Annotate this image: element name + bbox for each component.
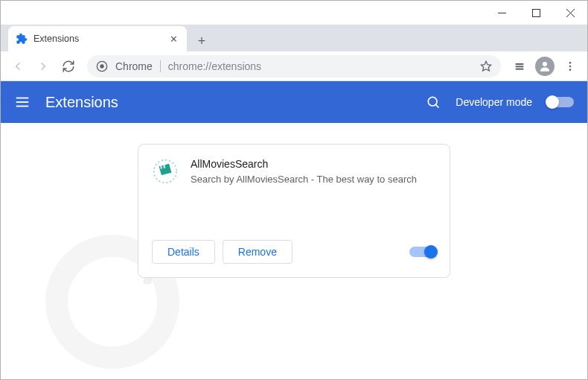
- window-close-button[interactable]: [553, 1, 587, 25]
- window-titlebar: [1, 1, 587, 25]
- url-scheme-label: Chrome: [115, 60, 161, 72]
- page-header: Extensions Developer mode: [1, 81, 587, 123]
- window-maximize-button[interactable]: [519, 1, 553, 25]
- remove-button[interactable]: Remove: [223, 240, 293, 264]
- svg-rect-1: [532, 9, 540, 16]
- browser-tab-active[interactable]: Extensions ✕: [8, 26, 187, 51]
- svg-point-17: [429, 97, 438, 106]
- svg-point-5: [100, 64, 103, 68]
- svg-rect-9: [516, 68, 524, 69]
- chrome-icon: [96, 60, 108, 72]
- hamburger-menu-icon[interactable]: [14, 94, 31, 110]
- reload-button[interactable]: [57, 55, 80, 77]
- developer-mode-toggle[interactable]: [547, 97, 574, 107]
- tab-title: Extensions: [33, 34, 162, 44]
- toggle-knob: [546, 95, 559, 109]
- url-text: chrome://extensions: [168, 60, 473, 72]
- svg-point-13: [569, 69, 572, 71]
- svg-marker-6: [481, 61, 490, 71]
- page-title: Extensions: [45, 94, 411, 111]
- browser-tabs-row: Extensions ✕ +: [1, 25, 587, 51]
- extension-card: AllMoviesSearch Search by AllMoviesSearc…: [138, 144, 450, 278]
- new-tab-button[interactable]: +: [191, 31, 212, 51]
- details-button[interactable]: Details: [152, 240, 215, 264]
- svg-rect-8: [516, 66, 524, 67]
- search-icon[interactable]: [426, 95, 441, 110]
- toggle-knob-on: [424, 245, 438, 259]
- svg-line-18: [436, 104, 439, 107]
- profile-button[interactable]: [534, 55, 556, 77]
- svg-point-10: [543, 62, 547, 66]
- back-button[interactable]: [7, 55, 29, 77]
- extension-name: AllMoviesSearch: [191, 158, 436, 170]
- bookmark-star-icon[interactable]: [480, 60, 492, 72]
- svg-rect-7: [516, 63, 524, 65]
- content-area: pcrisk.com AllMoviesSearch Search by All…: [1, 123, 587, 379]
- tab-close-button[interactable]: ✕: [167, 33, 179, 45]
- forward-button[interactable]: [32, 55, 54, 77]
- browser-toolbar: Chrome chrome://extensions: [1, 51, 587, 81]
- extension-icon: [152, 158, 179, 185]
- extension-enable-toggle[interactable]: [409, 247, 436, 257]
- developer-mode-label: Developer mode: [456, 96, 532, 108]
- extension-description: Search by AllMoviesSearch - The best way…: [191, 173, 436, 186]
- extension-toolbar-icon[interactable]: [508, 55, 531, 77]
- svg-point-12: [569, 65, 572, 67]
- puzzle-icon: [16, 33, 28, 45]
- svg-point-11: [569, 62, 572, 64]
- address-bar[interactable]: Chrome chrome://extensions: [87, 55, 501, 77]
- avatar-icon: [535, 57, 555, 76]
- window-minimize-button[interactable]: [485, 1, 519, 25]
- kebab-menu-button[interactable]: [559, 55, 581, 77]
